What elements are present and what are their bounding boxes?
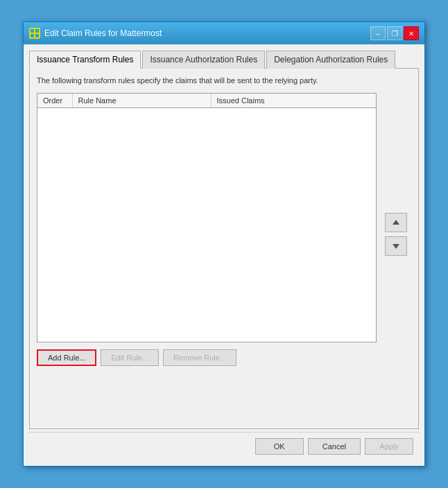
description-text: The following transform rules specify th… — [37, 76, 411, 86]
tab-content: The following transform rules specify th… — [29, 69, 419, 429]
main-window: Edit Claim Rules for Mattermost – ❐ ✕ Is… — [23, 21, 425, 467]
arrow-column — [381, 93, 411, 376]
close-button[interactable]: ✕ — [404, 26, 419, 40]
tab-issuance-transform[interactable]: Issuance Transform Rules — [29, 51, 141, 69]
svg-rect-0 — [31, 29, 34, 33]
up-arrow-icon — [392, 218, 400, 227]
content-area: Order Rule Name Issued Claims — [37, 93, 411, 376]
add-rule-button[interactable]: Add Rule... — [37, 349, 96, 366]
window-body: Issuance Transform Rules Issuance Author… — [24, 44, 424, 466]
rules-table-container: Order Rule Name Issued Claims — [37, 93, 377, 342]
cancel-button[interactable]: Cancel — [308, 438, 361, 455]
table-and-buttons: Order Rule Name Issued Claims — [37, 93, 377, 376]
minimize-button[interactable]: – — [370, 26, 386, 40]
svg-rect-3 — [35, 34, 39, 37]
svg-rect-1 — [35, 29, 39, 33]
tab-bar: Issuance Transform Rules Issuance Author… — [29, 50, 419, 69]
remove-rule-button[interactable]: Remove Rule... — [163, 349, 236, 366]
tab-issuance-auth[interactable]: Issuance Authorization Rules — [142, 51, 265, 69]
restore-button[interactable]: ❐ — [387, 26, 402, 40]
window-icon — [29, 28, 40, 39]
col-header-rulename: Rule Name — [72, 94, 211, 108]
col-header-issuedclaims: Issued Claims — [211, 94, 376, 108]
rule-buttons: Add Rule... Edit Rule... Remove Rule... — [37, 349, 377, 366]
window-controls: – ❐ ✕ — [370, 26, 419, 40]
window-title: Edit Claim Rules for Mattermost — [44, 28, 162, 38]
svg-rect-2 — [31, 34, 34, 37]
arrow-alignment — [385, 106, 407, 363]
svg-marker-5 — [393, 244, 399, 249]
svg-marker-4 — [393, 220, 399, 225]
down-arrow-icon — [392, 242, 400, 250]
edit-rule-button[interactable]: Edit Rule... — [101, 349, 159, 366]
ok-button[interactable]: OK — [255, 438, 304, 455]
move-up-button[interactable] — [385, 213, 407, 232]
app-icon — [30, 28, 40, 38]
tab-delegation-auth[interactable]: Delegation Authorization Rules — [266, 51, 395, 69]
title-bar: Edit Claim Rules for Mattermost – ❐ ✕ — [24, 22, 424, 44]
move-down-button[interactable] — [385, 236, 407, 256]
title-bar-left: Edit Claim Rules for Mattermost — [29, 28, 162, 39]
col-header-order: Order — [37, 94, 72, 108]
apply-button[interactable]: Apply — [365, 438, 413, 455]
table-header-row: Order Rule Name Issued Claims — [37, 94, 376, 108]
rules-table: Order Rule Name Issued Claims — [37, 94, 376, 108]
footer-buttons: OK Cancel Apply — [29, 432, 419, 460]
